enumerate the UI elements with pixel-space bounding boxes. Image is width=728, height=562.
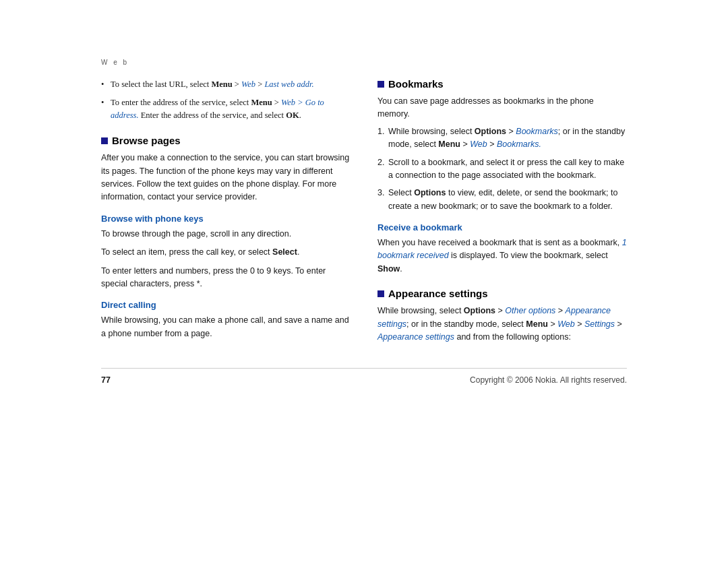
bookmarks-heading: Bookmarks [388, 78, 444, 90]
footer-page-number: 77 [101, 375, 111, 385]
bookmarks-item-1: 1. While browsing, select Options > Book… [377, 125, 627, 152]
bullet-text-1: To select the last URL, select Menu > We… [111, 80, 314, 89]
list-num-1: 1. [377, 125, 384, 138]
bookmarks-item-1-text: While browsing, select Options > Bookmar… [388, 127, 625, 149]
browse-pages-icon [101, 137, 108, 144]
receive-bookmark-heading: Receive a bookmark [377, 222, 627, 232]
browse-pages-body: After you make a connection to the servi… [101, 152, 351, 204]
appearance-settings-body: While browsing, select Options > Other o… [377, 305, 627, 344]
bookmarks-item-2: 2. Scroll to a bookmark, and select it o… [377, 156, 627, 183]
bookmarks-heading-container: Bookmarks [377, 78, 627, 90]
list-num-3: 3. [377, 187, 384, 199]
left-column: To select the last URL, select Menu > We… [101, 78, 351, 348]
direct-calling-body: While browsing, you can make a phone cal… [101, 314, 351, 340]
browse-pages-heading: Browse pages [112, 135, 181, 146]
browse-pages-heading-container: Browse pages [101, 135, 351, 146]
appearance-settings-heading-container: Appearance settings [377, 288, 627, 299]
bookmarks-list: 1. While browsing, select Options > Book… [377, 125, 627, 213]
bullet-text-2: To enter the address of the service, sel… [111, 98, 324, 120]
page-label: W e b [101, 59, 627, 66]
page-container: W e b To select the last URL, select Men… [101, 45, 627, 517]
right-column: Bookmarks You can save page addresses as… [377, 78, 627, 348]
list-num-2: 2. [377, 156, 384, 169]
direct-calling-heading: Direct calling [101, 300, 351, 310]
page-footer: 77 Copyright © 2006 Nokia. All rights re… [101, 368, 627, 385]
two-column-layout: To select the last URL, select Menu > We… [101, 78, 627, 348]
browse-phone-keys-item-2: To select an item, press the call key, o… [101, 246, 351, 259]
footer-copyright: Copyright © 2006 Nokia. All rights reser… [470, 375, 627, 385]
browse-phone-keys-item-1: To browse through the page, scroll in an… [101, 228, 351, 241]
receive-bookmark-body: When you have received a bookmark that i… [377, 237, 627, 276]
bookmarks-intro: You can save page addresses as bookmarks… [377, 95, 627, 121]
appearance-settings-icon [377, 290, 384, 297]
browse-with-phone-keys-heading: Browse with phone keys [101, 214, 351, 224]
bullet-item-2: To enter the address of the service, sel… [101, 96, 351, 122]
bookmarks-item-2-text: Scroll to a bookmark, and select it or p… [388, 158, 624, 180]
bookmarks-icon [377, 81, 384, 88]
browse-phone-keys-item-3: To enter letters and numbers, press the … [101, 265, 351, 291]
intro-bullets: To select the last URL, select Menu > We… [101, 78, 351, 121]
bookmarks-item-3-text: Select Options to view, edit, delete, or… [388, 188, 617, 210]
bullet-item-1: To select the last URL, select Menu > We… [101, 78, 351, 91]
appearance-settings-heading: Appearance settings [388, 288, 488, 299]
bookmarks-item-3: 3. Select Options to view, edit, delete,… [377, 187, 627, 213]
